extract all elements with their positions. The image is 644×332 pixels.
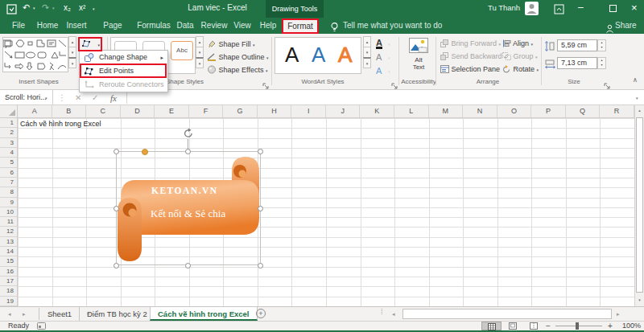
maximize-button[interactable] (609, 5, 617, 12)
view-page-break-button[interactable] (523, 322, 543, 330)
shape-styles-scroll[interactable]: ▴ ▾ ▾ (196, 37, 204, 68)
vertical-scroll-thumb[interactable] (636, 117, 643, 293)
menu-item-change-shape[interactable]: Change Shape ▸ (80, 51, 167, 64)
tab-formulas[interactable]: Formulas (135, 18, 172, 34)
row-header-16[interactable]: 16 (0, 267, 17, 277)
column-header-D[interactable]: D (121, 105, 155, 117)
gallery-more-icon[interactable]: ▾ (68, 57, 76, 68)
view-page-layout-button[interactable] (502, 322, 522, 330)
row-header-11[interactable]: 11 (0, 217, 17, 227)
text-effects-button[interactable]: A (376, 66, 382, 76)
handle-bottom-center[interactable] (185, 263, 191, 268)
text-outline-dropdown-icon[interactable]: ▾ (388, 55, 390, 60)
edit-shape-dropdown-icon[interactable]: ▾ (97, 43, 100, 47)
menu-item-edit-points[interactable]: Edit Points (80, 64, 167, 78)
shape-height-input[interactable]: 5,59 cm (557, 39, 597, 51)
row-header-12[interactable]: 12 (0, 227, 17, 236)
column-header-I[interactable]: I (291, 105, 326, 117)
close-button[interactable]: × (631, 2, 638, 14)
spin-down-icon[interactable]: ▾ (601, 45, 602, 49)
column-header-B[interactable]: B (52, 105, 87, 117)
confirm-entry-icon[interactable]: ✓ (92, 91, 98, 105)
row-header-8[interactable]: 8 (0, 187, 17, 197)
gallery-down-icon[interactable]: ▾ (68, 47, 76, 58)
text-effects-dropdown-icon[interactable]: ▾ (388, 69, 390, 74)
namebox-splitter[interactable]: ⋮ (58, 91, 66, 105)
shape-width-input[interactable]: 7,13 cm (557, 57, 597, 69)
scroll-up-icon[interactable]: ▴ (635, 105, 644, 117)
align-button[interactable]: Align ▾ (502, 39, 533, 47)
tab-review[interactable]: Review (198, 18, 230, 34)
redo-dropdown-icon[interactable]: ▾ (52, 6, 55, 10)
redo-button[interactable]: ↷ (42, 2, 49, 13)
shape-height-spinner[interactable]: ▴▾ (597, 39, 606, 51)
new-sheet-button[interactable]: + (256, 309, 266, 318)
column-header-O[interactable]: O (497, 105, 532, 117)
zoom-out-button[interactable]: − (546, 322, 551, 330)
row-header-1[interactable]: 1 (0, 118, 17, 128)
superscript-button[interactable]: x² (79, 2, 85, 14)
ribbon-display-options-icon[interactable] (554, 3, 564, 18)
customize-qat-icon[interactable]: ▾ (93, 6, 95, 11)
row-header-2[interactable]: 2 (0, 128, 17, 137)
row-header-18[interactable]: 18 (0, 286, 17, 296)
bring-forward-button[interactable]: Bring Forward ▾ (440, 39, 501, 47)
select-all-corner[interactable] (0, 105, 18, 118)
wordart-up-icon[interactable]: ▴ (363, 36, 371, 47)
styles-more-icon[interactable]: ▾ (196, 57, 204, 68)
handle-bottom-left[interactable] (114, 263, 119, 268)
styles-up-icon[interactable]: ▴ (196, 36, 204, 47)
subscript-button[interactable]: x₂ (64, 2, 71, 14)
row-header-5[interactable]: 5 (0, 158, 17, 167)
row-header-9[interactable]: 9 (0, 198, 17, 207)
column-header-A[interactable]: A (18, 105, 52, 117)
shape-style-thumb-selected[interactable]: Abc (171, 41, 193, 60)
collapse-ribbon-icon[interactable]: ∧ (633, 76, 638, 84)
shape-effects-button[interactable]: Shape Effects ▾ (207, 65, 267, 74)
handle-mid-left[interactable] (114, 206, 119, 211)
shape-outline-button[interactable]: Shape Outline ▾ (207, 52, 269, 61)
text-fill-dropdown-icon[interactable]: ▾ (388, 42, 390, 47)
styles-down-icon[interactable]: ▾ (196, 47, 204, 58)
shape-gallery-scroll[interactable]: ▴ ▾ ▾ (68, 37, 76, 68)
scroll-down-icon[interactable]: ▾ (635, 295, 644, 306)
shape-width-spinner[interactable]: ▴▾ (597, 57, 606, 69)
spin-down-icon[interactable]: ▾ (601, 63, 602, 67)
handle-top-right[interactable] (258, 149, 263, 154)
hscroll-left-icon[interactable]: ◂ (392, 307, 395, 321)
vertical-scrollbar[interactable]: ▴ ▾ (634, 105, 644, 306)
row-header-15[interactable]: 15 (0, 256, 17, 266)
minimize-button[interactable]: – (578, 1, 584, 14)
selection-pane-button[interactable]: Selection Pane (440, 65, 500, 73)
tab-view[interactable]: View (230, 18, 254, 34)
sheet-tab-diem-tb[interactable]: Điểm TB học kỳ 2 (80, 307, 155, 321)
undo-button[interactable]: ↶ (23, 2, 30, 13)
save-icon[interactable] (6, 3, 17, 18)
name-box-dropdown-icon[interactable]: ▾ (45, 96, 47, 100)
worksheet-grid[interactable] (18, 118, 634, 306)
row-header-14[interactable]: 14 (0, 247, 17, 256)
spin-up-icon[interactable]: ▴ (601, 40, 602, 44)
tell-me-box[interactable]: Tell me what you want to do (343, 18, 472, 34)
gallery-up-icon[interactable]: ▴ (68, 36, 76, 47)
column-header-E[interactable]: E (155, 105, 189, 117)
column-header-C[interactable]: C (86, 105, 121, 117)
row-header-10[interactable]: 10 (0, 207, 17, 217)
sheet-tab-sheet1[interactable]: Sheet1 (40, 307, 80, 321)
wordart-scroll[interactable]: ▴ ▾ ▾ (363, 37, 371, 68)
rotate-handle-icon[interactable] (183, 128, 194, 142)
tab-help[interactable]: Help (256, 18, 280, 34)
column-header-Q[interactable]: Q (566, 105, 601, 117)
send-backward-button[interactable]: Send Backward ▾ (440, 52, 506, 60)
sheet-nav-left-icon[interactable]: ◂ (8, 307, 11, 321)
text-outline-button[interactable]: A (376, 52, 382, 62)
hscroll-right-icon[interactable]: ▸ (617, 307, 620, 321)
tab-home[interactable]: Home (34, 18, 61, 34)
column-header-M[interactable]: M (429, 105, 464, 117)
handle-bottom-right[interactable] (258, 263, 263, 268)
wordart-style-black[interactable]: A (285, 38, 299, 72)
horizontal-scroll-thumb[interactable] (402, 309, 612, 319)
avatar[interactable] (525, 2, 539, 15)
cancel-entry-icon[interactable]: ✕ (75, 91, 81, 105)
wordart-style-blue[interactable]: A (312, 38, 325, 72)
